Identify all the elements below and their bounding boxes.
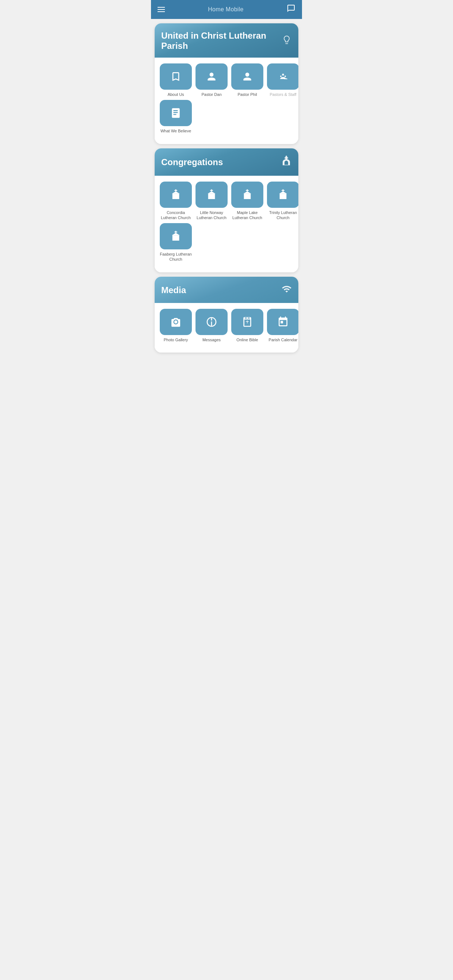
svg-marker-13: [243, 191, 251, 194]
photo-gallery-button[interactable]: [160, 309, 192, 335]
concordia-button[interactable]: [160, 181, 192, 208]
faaberg-item[interactable]: Faaberg Lutheran Church: [160, 223, 192, 262]
parish-row-1: About Us Pastor Dan Pastor Phil: [160, 64, 293, 97]
pastors-staff-button[interactable]: [267, 64, 298, 90]
maple-lake-label: Maple Lake Lutheran Church: [231, 210, 263, 221]
pastors-staff-label: Pastors & Staff: [270, 92, 296, 97]
pastors-staff-item[interactable]: Pastors & Staff: [267, 64, 298, 97]
svg-rect-27: [211, 324, 212, 326]
about-us-item[interactable]: About Us: [160, 64, 192, 97]
media-title: Media: [161, 285, 186, 295]
svg-rect-26: [211, 318, 212, 320]
svg-rect-2: [174, 190, 177, 191]
media-row-1: Photo Gallery Messages Online Bible: [160, 309, 293, 342]
svg-marker-18: [279, 191, 287, 194]
faaberg-label: Faaberg Lutheran Church: [160, 251, 192, 262]
messages-label: Messages: [203, 337, 221, 342]
trinity-item[interactable]: Trinity Lutheran Church: [267, 181, 298, 221]
parish-calendar-button[interactable]: [267, 309, 298, 335]
church-header-icon: [281, 156, 292, 169]
trinity-button[interactable]: [267, 181, 298, 208]
pastor-dan-item[interactable]: Pastor Dan: [196, 64, 228, 97]
svg-rect-17: [282, 190, 284, 191]
parish-row-2: What We Believe: [160, 100, 293, 134]
about-us-label: About Us: [167, 92, 184, 97]
svg-rect-22: [174, 232, 177, 232]
congregations-row-2: Faaberg Lutheran Church: [160, 223, 293, 262]
parish-section: United in Christ Lutheran Parish About U…: [155, 23, 298, 144]
trinity-label: Trinity Lutheran Church: [267, 210, 298, 221]
about-us-button[interactable]: [160, 64, 192, 90]
svg-rect-25: [175, 237, 177, 240]
svg-rect-5: [175, 196, 177, 199]
media-section-header: Media: [155, 277, 298, 303]
congregations-section: Congregations: [155, 148, 298, 272]
svg-marker-8: [207, 191, 215, 194]
messages-button[interactable]: [196, 309, 228, 335]
pastor-phil-label: Pastor Phil: [238, 92, 257, 97]
parish-section-header: United in Christ Lutheran Parish: [155, 23, 298, 57]
svg-rect-20: [282, 196, 284, 199]
maple-lake-item[interactable]: Maple Lake Lutheran Church: [231, 181, 263, 221]
pastor-dan-label: Pastor Dan: [201, 92, 222, 97]
svg-marker-3: [172, 191, 179, 194]
faaberg-button[interactable]: [160, 223, 192, 250]
concordia-item[interactable]: Concordia Lutheran Church: [160, 181, 192, 221]
parish-title: United in Christ Lutheran Parish: [161, 30, 282, 51]
pastor-phil-item[interactable]: Pastor Phil: [231, 64, 263, 97]
chat-icon[interactable]: [287, 4, 295, 15]
congregations-row-1: Concordia Lutheran Church Little Norway …: [160, 181, 293, 221]
parish-calendar-label: Parish Calendar: [269, 337, 298, 342]
wifi-icon: [282, 284, 292, 296]
congregations-section-header: Congregations: [155, 148, 298, 176]
what-we-believe-label: What We Believe: [161, 128, 191, 134]
svg-marker-23: [172, 233, 179, 235]
app-header: Home Mobile: [151, 0, 302, 19]
concordia-label: Concordia Lutheran Church: [160, 210, 192, 221]
little-norway-label: Little Norway Lutheran Church: [196, 210, 228, 221]
photo-gallery-item[interactable]: Photo Gallery: [160, 309, 192, 342]
svg-rect-12: [246, 190, 249, 191]
media-section: Media Photo Gallery Messages: [155, 277, 298, 353]
photo-gallery-label: Photo Gallery: [164, 337, 188, 342]
congregations-title: Congregations: [161, 157, 223, 167]
pastor-dan-button[interactable]: [196, 64, 228, 90]
pastor-phil-button[interactable]: [231, 64, 263, 90]
what-we-believe-button[interactable]: [160, 100, 192, 126]
parish-calendar-item[interactable]: Parish Calendar: [267, 309, 298, 342]
maple-lake-button[interactable]: [231, 181, 263, 208]
svg-rect-10: [211, 196, 212, 199]
header-title: Home Mobile: [208, 6, 244, 13]
svg-rect-7: [210, 190, 213, 191]
lightbulb-icon: [282, 35, 292, 48]
congregations-icon-grid: Concordia Lutheran Church Little Norway …: [155, 176, 298, 272]
online-bible-label: Online Bible: [236, 337, 258, 342]
little-norway-button[interactable]: [196, 181, 228, 208]
parish-icon-grid: About Us Pastor Dan Pastor Phil: [155, 57, 298, 144]
svg-rect-15: [246, 196, 248, 199]
online-bible-button[interactable]: [231, 309, 263, 335]
media-icon-grid: Photo Gallery Messages Online Bible: [155, 303, 298, 353]
hamburger-menu[interactable]: [158, 7, 165, 12]
online-bible-item[interactable]: Online Bible: [231, 309, 263, 342]
little-norway-item[interactable]: Little Norway Lutheran Church: [196, 181, 228, 221]
messages-item[interactable]: Messages: [196, 309, 228, 342]
what-we-believe-item[interactable]: What We Believe: [160, 100, 192, 134]
